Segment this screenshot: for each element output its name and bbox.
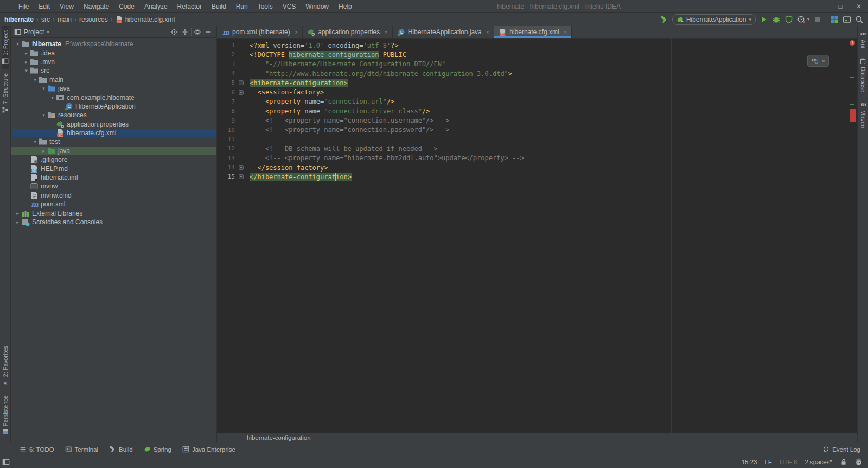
close-button[interactable]: ✕ <box>850 0 868 13</box>
chevron-down-icon[interactable]: ▾ <box>49 95 56 100</box>
menu-tools[interactable]: Tools <box>253 0 278 13</box>
tool-window-switcher-icon[interactable] <box>2 458 10 466</box>
breadcrumb-item[interactable]: hibernate <box>4 16 34 23</box>
breadcrumb-item[interactable]: hibernate.cfg.xml <box>125 16 175 23</box>
gear-icon[interactable] <box>193 27 202 37</box>
maximize-button[interactable]: □ <box>831 0 850 13</box>
tree-item-resources[interactable]: ▾resources <box>11 111 216 119</box>
chevron-right-icon[interactable]: ▸ <box>23 59 30 65</box>
ide-screen-icon[interactable] <box>843 15 851 24</box>
code-line[interactable]: 9 <!-- <property name="connection.userna… <box>217 116 848 125</box>
tree-item-test[interactable]: ▾test <box>11 137 216 146</box>
vcs-change-marker[interactable] <box>850 104 854 105</box>
code-line[interactable]: 5−<hibernate-configuration> <box>217 78 848 87</box>
chevron-down-icon[interactable]: ▾ <box>23 68 30 73</box>
code-line[interactable]: 1<?xml version='1.0' encoding='utf-8'?> <box>217 41 848 50</box>
editor-gutter[interactable]: 8 <box>217 106 245 116</box>
close-icon[interactable]: × <box>486 29 489 35</box>
tree-item-com-example-hibernate[interactable]: ▾com.example.hibernate <box>11 93 216 102</box>
menu-edit[interactable]: Edit <box>34 0 55 13</box>
chevron-down-icon[interactable]: ▾ <box>31 77 39 83</box>
run-config-selector[interactable]: HibernateApplication ▾ <box>672 14 756 25</box>
tree-item-mvnw[interactable]: >mvnw <box>11 182 216 191</box>
tree-item-java[interactable]: ▸java <box>11 147 216 155</box>
editor-gutter[interactable]: 4 <box>217 69 245 78</box>
hide-icon[interactable] <box>203 27 213 37</box>
editor-tab-hibernateapplication-java[interactable]: CHibernateApplication.java× <box>393 26 495 38</box>
menu-view[interactable]: View <box>55 0 79 13</box>
tool-stripe-7-structure[interactable]: 7: Structure <box>2 69 9 118</box>
inspections-status-icon[interactable]: ! <box>850 40 855 46</box>
build-hammer-icon[interactable] <box>660 15 668 24</box>
code-line[interactable]: 7 <property name="connection.url"/> <box>217 97 848 106</box>
caret-position[interactable]: 15:23 <box>742 459 757 465</box>
chevron-down-icon[interactable]: ▾ <box>47 29 49 35</box>
code-line[interactable]: 15−</hibernate-configuration> <box>217 172 848 181</box>
tree-item--gitignore[interactable]: .gitignore <box>11 155 216 164</box>
line-separator[interactable]: LF <box>764 459 771 465</box>
menu-help[interactable]: Help <box>334 0 357 13</box>
tree-item-mvnw-cmd[interactable]: mvnw.cmd <box>11 191 216 200</box>
tool-stripe-1-project[interactable]: 1: Project <box>2 26 9 69</box>
toolwindow-button-spring[interactable]: Spring <box>144 446 171 453</box>
toolwindow-button-terminal[interactable]: Terminal <box>65 446 98 453</box>
fold-marker-icon[interactable]: − <box>239 174 244 179</box>
menu-file[interactable]: File <box>14 0 34 13</box>
close-icon[interactable]: × <box>821 58 825 65</box>
code-line[interactable]: 6− <session-factory> <box>217 87 848 97</box>
error-stripe-marker[interactable] <box>850 109 856 122</box>
menu-navigate[interactable]: Navigate <box>79 0 114 13</box>
breadcrumb-item[interactable]: src <box>41 16 50 23</box>
editor-gutter[interactable]: 10 <box>217 125 245 135</box>
chevron-down-icon[interactable]: ▾ <box>40 112 47 118</box>
editor-gutter[interactable]: 9 <box>217 116 245 125</box>
editor-gutter[interactable]: 7 <box>217 97 245 106</box>
fold-marker-icon[interactable]: − <box>239 90 244 95</box>
tree-item-java[interactable]: ▾java <box>11 84 216 93</box>
breadcrumb-item[interactable]: resources <box>79 16 108 23</box>
toolwindow-button-6-todo[interactable]: 6: TODO <box>20 446 54 453</box>
editor-tab-application-properties[interactable]: application.properties× <box>303 26 393 38</box>
file-encoding[interactable]: UTF-8 <box>780 459 797 465</box>
chevron-down-icon[interactable]: ▾ <box>40 86 47 91</box>
menu-build[interactable]: Build <box>207 0 231 13</box>
tree-item-src[interactable]: ▾src <box>11 66 216 75</box>
chevron-down-icon[interactable]: ▾ <box>31 139 39 144</box>
minimize-button[interactable]: ─ <box>813 0 831 13</box>
editor-gutter[interactable]: 13 <box>217 154 245 163</box>
editor-gutter[interactable]: 3 <box>217 60 245 69</box>
inspections-profile-icon[interactable] <box>855 458 863 466</box>
tree-item--idea[interactable]: ▸.idea <box>11 48 216 57</box>
editor-gutter[interactable]: 11 <box>217 135 245 144</box>
tree-item-hibernateapplication[interactable]: CHibernateApplication <box>11 102 216 111</box>
fold-marker-icon[interactable]: − <box>239 165 244 170</box>
indent-style[interactable]: 2 spaces* <box>805 459 832 465</box>
tree-item-hibernate[interactable]: ▾hibernateE:\workspace\hibernate <box>11 40 216 48</box>
tree-item-help-md[interactable]: MDHELP.md <box>11 164 216 173</box>
code-line[interactable]: 8 <property name="connection.driver_clas… <box>217 106 848 116</box>
project-panel-title[interactable]: Project <box>24 28 44 36</box>
code-line[interactable]: 11 <box>217 135 848 144</box>
chevron-right-icon[interactable]: ▸ <box>23 50 30 56</box>
code-line[interactable]: 12 <!-- DB schema will be updated if nee… <box>217 144 848 153</box>
chevron-down-icon[interactable]: ▾ <box>807 17 809 22</box>
chevron-right-icon[interactable]: ▸ <box>14 219 21 225</box>
maven-reload-widget[interactable]: m × <box>807 55 829 67</box>
tool-stripe-ant[interactable]: Ant <box>859 26 866 53</box>
tree-item-application-properties[interactable]: application.properties <box>11 120 216 129</box>
toolwindow-button-java-enterprise[interactable]: Java Enterprise <box>182 446 235 453</box>
code-line[interactable]: 4 "http://www.hibernate.org/dtd/hibernat… <box>217 69 848 78</box>
editor-gutter[interactable]: 12 <box>217 144 245 153</box>
tree-item-hibernate-cfg-xml[interactable]: </>hibernate.cfg.xml <box>11 129 216 137</box>
toolwindow-button-event-log[interactable]: Event Log <box>822 446 860 453</box>
code-line[interactable]: 10 <!-- <property name="connection.passw… <box>217 125 848 135</box>
editor-tab-pom-xml-hibernate-[interactable]: mpom.xml (hibernate)× <box>217 26 303 38</box>
tool-stripe-persistence[interactable]: Persistence <box>2 391 9 440</box>
editor-gutter[interactable]: 15− <box>217 172 245 181</box>
close-icon[interactable]: × <box>564 29 567 35</box>
maven-sync-icon[interactable]: m <box>811 57 819 65</box>
chevron-right-icon[interactable]: ▸ <box>40 148 47 154</box>
editor-breadcrumb[interactable]: hibernate-configuration <box>217 433 857 442</box>
debug-icon[interactable] <box>772 15 781 24</box>
tree-item-pom-xml[interactable]: mpom.xml <box>11 200 216 208</box>
